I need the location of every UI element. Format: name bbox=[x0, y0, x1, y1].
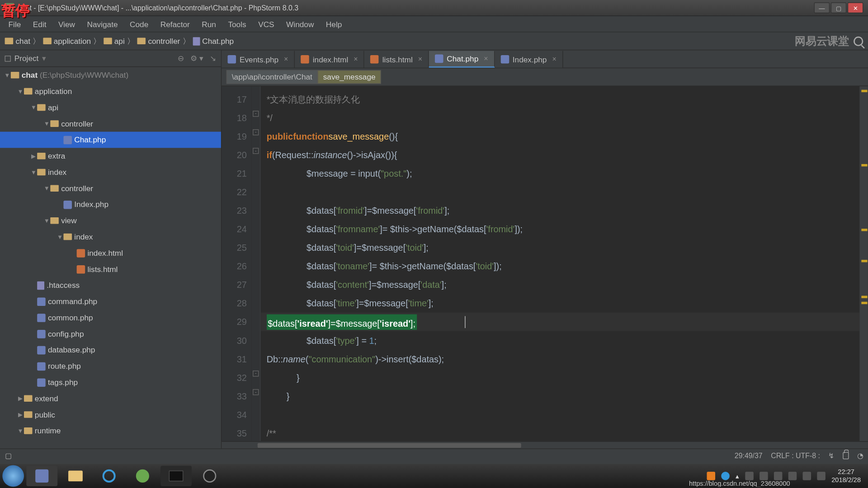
tray-icon[interactable] bbox=[760, 472, 768, 480]
taskbar-app-green[interactable] bbox=[127, 466, 158, 486]
code-line[interactable]: } bbox=[267, 368, 860, 387]
menu-code[interactable]: Code bbox=[124, 17, 155, 31]
tree-item[interactable]: lists.html bbox=[0, 261, 221, 277]
code-editor[interactable]: 17181920212223242526272829303132333435 -… bbox=[222, 86, 868, 441]
tree-item[interactable]: index.html bbox=[0, 245, 221, 261]
taskbar-app-explorer[interactable] bbox=[60, 466, 91, 486]
tree-item[interactable]: ▼index bbox=[0, 229, 221, 245]
close-button[interactable]: ✕ bbox=[848, 2, 863, 13]
code-text[interactable]: *文本消息的数据持久化 */ public function save_mess… bbox=[260, 86, 859, 441]
code-line[interactable]: $datas['isread']=$message['isread']; bbox=[267, 313, 860, 331]
breadcrumb-item[interactable]: controller bbox=[137, 37, 180, 46]
menu-window[interactable]: Window bbox=[280, 17, 320, 31]
tree-item[interactable]: ▼controller bbox=[0, 116, 221, 132]
editor-tab[interactable]: lists.html× bbox=[364, 51, 429, 68]
horizontal-scrollbar[interactable] bbox=[222, 441, 868, 449]
tree-item[interactable]: ▶public bbox=[0, 407, 221, 423]
tree-item[interactable]: ▼application bbox=[0, 83, 221, 99]
menu-view[interactable]: View bbox=[52, 17, 81, 31]
menu-navigate[interactable]: Navigate bbox=[81, 17, 123, 31]
editor-tab[interactable]: Chat.php× bbox=[429, 51, 495, 68]
editor-tab[interactable]: Index.php× bbox=[495, 51, 563, 68]
breadcrumb-item[interactable]: api bbox=[104, 37, 125, 46]
code-line[interactable]: *文本消息的数据持久化 bbox=[267, 90, 860, 108]
taskbar-app-phpstorm[interactable] bbox=[26, 466, 57, 486]
code-line[interactable]: public function save_message(){ bbox=[267, 127, 860, 145]
tree-item[interactable]: .htaccess bbox=[0, 277, 221, 293]
breadcrumb-file[interactable]: \app\api\controller\Chat bbox=[226, 70, 318, 84]
taskbar-clock[interactable]: 22:272018/2/28 bbox=[831, 468, 861, 483]
tree-item[interactable]: ▶extend bbox=[0, 390, 221, 407]
tree-item[interactable]: ▼api bbox=[0, 99, 221, 116]
close-tab-icon[interactable]: × bbox=[484, 55, 488, 63]
code-line[interactable]: } bbox=[267, 387, 860, 405]
menu-vcs[interactable]: VCS bbox=[252, 17, 280, 31]
encoding-indicator[interactable]: CRLF : UTF-8 : bbox=[771, 451, 820, 460]
code-line[interactable] bbox=[267, 405, 860, 424]
breadcrumb-item[interactable]: application bbox=[43, 37, 91, 46]
tray-icon[interactable] bbox=[788, 472, 797, 480]
code-line[interactable]: $message = input("post."); bbox=[267, 164, 860, 183]
tree-item[interactable]: Index.php bbox=[0, 197, 221, 213]
editor-tab[interactable]: index.html× bbox=[295, 51, 364, 68]
hide-icon[interactable]: ↘ bbox=[210, 54, 217, 63]
code-line[interactable]: /** bbox=[267, 424, 860, 441]
breadcrumb-item[interactable]: chat bbox=[5, 37, 30, 46]
lock-icon[interactable] bbox=[843, 452, 849, 459]
tree-item[interactable]: ▼runtime bbox=[0, 422, 221, 439]
tray-chevron-icon[interactable]: ▴ bbox=[736, 472, 739, 480]
tree-item[interactable]: route.php bbox=[0, 358, 221, 374]
project-header[interactable]: Project bbox=[14, 54, 39, 63]
tree-item[interactable]: tags.php bbox=[0, 374, 221, 390]
code-line[interactable]: $datas['content']=$message['data']; bbox=[267, 276, 860, 294]
tray-icon[interactable] bbox=[817, 472, 826, 480]
code-line[interactable]: $datas['fromid']=$message['fromid']; bbox=[267, 201, 860, 220]
inspector-icon[interactable]: ◔ bbox=[857, 451, 863, 460]
code-line[interactable]: $datas['type'] = 1; bbox=[267, 331, 860, 350]
maximize-button[interactable]: ▢ bbox=[831, 2, 846, 13]
fold-column[interactable]: ----- bbox=[252, 86, 261, 441]
taskbar-app-ie[interactable] bbox=[94, 466, 125, 486]
git-icon[interactable]: ↯ bbox=[828, 451, 834, 460]
breadcrumb-method[interactable]: save_message bbox=[318, 70, 381, 84]
marker-stripe[interactable] bbox=[859, 86, 868, 441]
tray-icon[interactable] bbox=[745, 472, 754, 480]
tree-root[interactable]: ▼chat (E:\phpStudy\WWW\chat) bbox=[0, 67, 221, 83]
start-button[interactable] bbox=[2, 465, 24, 487]
menu-tools[interactable]: Tools bbox=[222, 17, 252, 31]
code-line[interactable]: */ bbox=[267, 108, 860, 127]
settings-icon[interactable]: ⚙ ▾ bbox=[190, 54, 204, 63]
tree-item[interactable]: command.php bbox=[0, 293, 221, 310]
tree-item[interactable]: config.php bbox=[0, 326, 221, 342]
code-line[interactable]: if(Request::instance()->isAjax()){ bbox=[267, 145, 860, 164]
close-tab-icon[interactable]: × bbox=[418, 55, 422, 64]
code-line[interactable]: $datas['time']=$message['time']; bbox=[267, 294, 860, 313]
code-line[interactable]: $datas['toid']=$message['toid']; bbox=[267, 238, 860, 257]
menu-refactor[interactable]: Refactor bbox=[154, 17, 196, 31]
menu-edit[interactable]: Edit bbox=[27, 17, 52, 31]
taskbar-app-obs[interactable] bbox=[194, 466, 225, 486]
tree-item[interactable]: ▼view bbox=[0, 212, 221, 229]
close-tab-icon[interactable]: × bbox=[284, 55, 288, 64]
tree-item[interactable]: ▼index bbox=[0, 164, 221, 180]
tree-item[interactable]: ▶extra bbox=[0, 148, 221, 164]
tree-item[interactable]: ▼controller bbox=[0, 180, 221, 197]
search-icon[interactable] bbox=[854, 36, 863, 46]
code-line[interactable]: $datas['toname']= $this->getName($datas[… bbox=[267, 257, 860, 275]
tray-icon[interactable] bbox=[721, 472, 730, 480]
tree-item[interactable]: Chat.php bbox=[0, 132, 221, 148]
code-line[interactable]: $datas['fromname']= $this->getName($data… bbox=[267, 220, 860, 238]
taskbar-app-cmd[interactable] bbox=[160, 466, 192, 486]
collapse-icon[interactable]: ⊖ bbox=[178, 54, 184, 63]
menu-run[interactable]: Run bbox=[196, 17, 222, 31]
close-tab-icon[interactable]: × bbox=[354, 55, 358, 64]
tray-icon[interactable] bbox=[774, 472, 783, 480]
close-tab-icon[interactable]: × bbox=[552, 55, 556, 64]
tray-icon[interactable] bbox=[707, 472, 716, 480]
code-line[interactable]: Db::name("communication")->insert($datas… bbox=[267, 350, 860, 368]
editor-tab[interactable]: Events.php× bbox=[222, 51, 295, 68]
tray-icon[interactable] bbox=[803, 472, 811, 480]
breadcrumb-item[interactable]: Chat.php bbox=[193, 37, 234, 46]
menu-help[interactable]: Help bbox=[320, 17, 348, 31]
minimize-button[interactable]: — bbox=[814, 2, 830, 13]
